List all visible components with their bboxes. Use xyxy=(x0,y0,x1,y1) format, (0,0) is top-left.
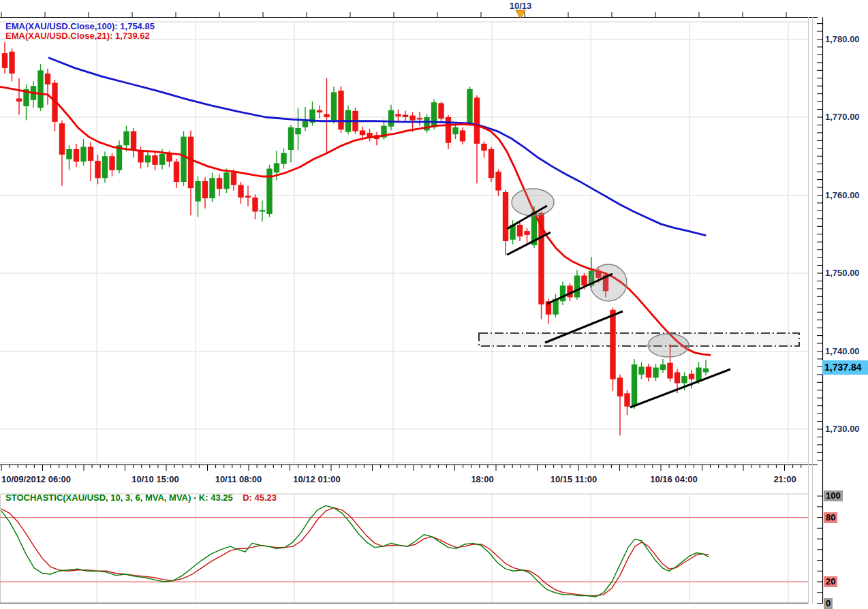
candle-body xyxy=(281,153,286,164)
candle-body xyxy=(667,363,672,379)
candle-body xyxy=(467,89,472,125)
candle-body xyxy=(560,285,565,301)
candle-body xyxy=(274,163,279,173)
candle-body xyxy=(260,210,265,211)
candle-body xyxy=(102,156,108,178)
candle-body xyxy=(37,70,43,108)
ema100-legend: EMA(XAU/USD.Close,100): 1,754.85 xyxy=(5,21,155,31)
time-axis-label: 10/15 11:00 xyxy=(551,474,598,484)
trading-chart-window: EMA(XAU/USD.Close,100): 1,754.85 EMA(XAU… xyxy=(0,0,868,609)
candle-body xyxy=(324,114,329,117)
candle-body xyxy=(446,117,451,143)
candle-body xyxy=(95,161,100,178)
time-axis-label: 21:00 xyxy=(773,474,796,484)
candle-body xyxy=(503,192,508,241)
candle-body xyxy=(660,364,666,370)
time-axis-label: 18:00 xyxy=(471,474,493,484)
candle-body xyxy=(80,147,86,162)
candle-body xyxy=(166,154,172,161)
candle-body xyxy=(74,149,79,161)
candle-body xyxy=(174,161,179,182)
candle-body xyxy=(195,181,200,202)
candle-body xyxy=(388,110,394,127)
stochastic-level-label: 80 xyxy=(824,512,837,523)
candlestick-series[interactable] xyxy=(2,42,709,435)
price-axis-label: 1,740.00 xyxy=(825,346,860,356)
candle-body xyxy=(403,115,408,117)
session-marker-label: 10/13 xyxy=(510,1,532,11)
candle-body xyxy=(517,225,523,236)
candle-body xyxy=(689,374,694,379)
candle-body xyxy=(145,155,151,162)
candle-body xyxy=(395,114,401,116)
time-axis-label: 10/09/2012 06:00 xyxy=(1,474,71,484)
candle-body xyxy=(617,377,623,396)
candle-body xyxy=(681,376,687,383)
stochastic-d-label: D: 45.23 xyxy=(243,493,277,503)
stochastic-level-label: 100 xyxy=(824,490,843,501)
annotation-ellipse xyxy=(648,334,689,357)
candle-body xyxy=(360,130,365,135)
candle-body xyxy=(159,154,165,165)
price-axis-label: 1,770.00 xyxy=(825,112,860,122)
stochastic-k-line xyxy=(1,505,709,597)
candle-body xyxy=(188,137,193,189)
stochastic-d-line xyxy=(1,507,709,595)
candle-body xyxy=(131,131,136,150)
stochastic-k-label: STOCHASTIC(XAU/USD, 10, 3, 6, MVA, MVA) … xyxy=(5,493,233,503)
candle-body xyxy=(438,103,444,119)
candle-body xyxy=(524,231,529,235)
candle-body xyxy=(245,196,251,198)
candle-body xyxy=(431,102,437,127)
candle-body xyxy=(45,74,50,84)
candle-body xyxy=(624,393,630,406)
candle-body xyxy=(481,144,486,151)
candle-body xyxy=(409,116,415,121)
annotation-ellipse xyxy=(512,189,554,216)
candle-body xyxy=(303,121,308,127)
candle-body xyxy=(88,147,93,161)
candle-body xyxy=(632,364,637,406)
time-axis-label: 10/12 01:00 xyxy=(293,474,340,484)
support-zone-rect xyxy=(479,333,799,346)
candle-body xyxy=(123,131,129,146)
candle-body xyxy=(452,127,458,134)
candle-body xyxy=(288,127,294,150)
candle-body xyxy=(675,372,680,383)
candle-body xyxy=(417,118,422,119)
stochastic-level-label: 20 xyxy=(824,576,837,587)
time-axis-label: 10/10 15:00 xyxy=(131,474,179,484)
candle-body xyxy=(209,178,215,198)
candle-body xyxy=(9,52,14,74)
candle-body xyxy=(252,198,258,212)
price-axis-label: 1,730.00 xyxy=(825,424,860,434)
candle-body xyxy=(653,368,658,378)
candle-body xyxy=(338,91,343,129)
stochastic-level-label: 0 xyxy=(824,598,833,609)
candle-body xyxy=(295,128,300,134)
candle-body xyxy=(109,156,114,170)
candle-body xyxy=(59,123,65,155)
ema21-legend: EMA(XAU/USD.Close,21): 1,739.62 xyxy=(5,31,150,41)
stochastic-legend: STOCHASTIC(XAU/USD, 10, 3, 6, MVA, MVA) … xyxy=(5,493,277,503)
candle-body xyxy=(181,137,186,182)
candle-body xyxy=(331,92,337,120)
candle-body xyxy=(610,310,615,379)
chart-plot-area[interactable] xyxy=(0,0,868,609)
candle-body xyxy=(703,369,709,373)
candle-body xyxy=(202,181,208,198)
candle-body xyxy=(223,172,229,189)
candle-body xyxy=(2,53,7,68)
price-axis-label: 1,780.00 xyxy=(825,34,860,44)
candle-body xyxy=(495,172,501,190)
ema100-line xyxy=(49,58,705,235)
candle-body xyxy=(231,172,236,185)
candle-body xyxy=(638,366,644,374)
candle-body xyxy=(317,110,322,112)
price-axis-label: 1,750.00 xyxy=(825,268,860,278)
price-axis-label: 1,760.00 xyxy=(825,190,860,200)
candle-body xyxy=(152,155,157,165)
candle-body xyxy=(217,178,222,189)
candle-body xyxy=(646,366,651,377)
candle-body xyxy=(581,275,587,285)
